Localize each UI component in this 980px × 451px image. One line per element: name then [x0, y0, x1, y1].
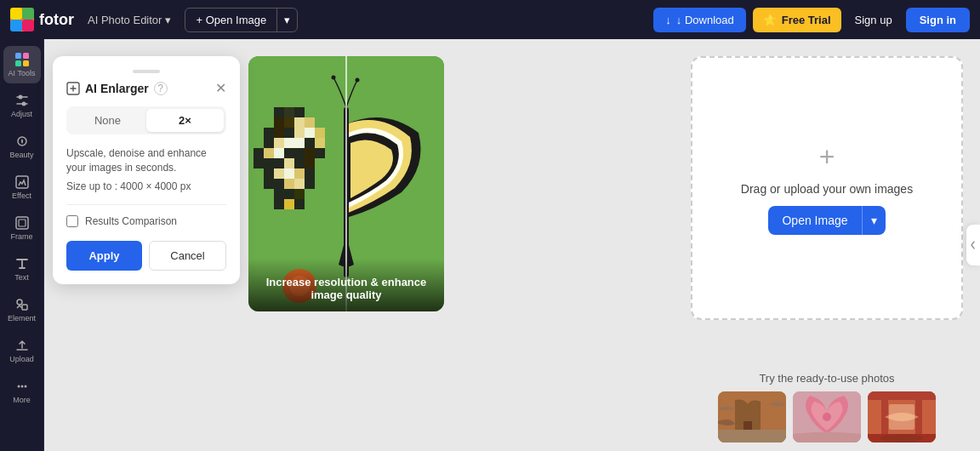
fotor-logo-icon: [10, 8, 34, 31]
svg-rect-43: [305, 138, 315, 148]
svg-rect-44: [315, 138, 325, 148]
download-button[interactable]: ↓ ↓ Download: [653, 8, 745, 32]
panel-actions: Apply Cancel: [66, 241, 226, 271]
svg-rect-6: [23, 53, 29, 59]
svg-rect-59: [274, 168, 284, 179]
svg-rect-15: [16, 217, 28, 229]
photo-thumbnail-2[interactable]: [793, 391, 861, 442]
signup-button[interactable]: Sign up: [848, 8, 899, 32]
svg-rect-39: [264, 138, 274, 148]
help-icon[interactable]: ?: [154, 82, 168, 95]
svg-rect-31: [294, 117, 305, 128]
svg-rect-56: [294, 158, 305, 168]
svg-rect-62: [305, 168, 315, 179]
text-icon: [14, 256, 30, 271]
svg-rect-66: [294, 179, 305, 189]
svg-point-21: [20, 385, 23, 388]
thumbnail-1-image: [718, 391, 786, 442]
collapse-handle[interactable]: [966, 225, 980, 265]
svg-rect-16: [19, 220, 26, 226]
sidebar-item-effect[interactable]: Effect: [3, 168, 41, 206]
signin-button[interactable]: Sign in: [906, 8, 970, 32]
adjust-icon: [14, 93, 30, 108]
panel-drag-area[interactable]: [66, 70, 226, 73]
svg-rect-46: [264, 148, 274, 158]
svg-rect-42: [294, 138, 305, 148]
svg-point-91: [880, 434, 923, 442]
svg-point-22: [24, 385, 26, 388]
svg-rect-86: [793, 391, 861, 442]
svg-rect-51: [315, 148, 325, 158]
beauty-icon: [14, 134, 30, 149]
content-area: AI Enlarger ? ✕ None 2× Upscale, denoise…: [44, 39, 980, 451]
sidebar-item-element[interactable]: Element: [3, 291, 41, 328]
apply-button[interactable]: Apply: [66, 241, 142, 271]
svg-rect-2: [22, 8, 34, 20]
upload-area[interactable]: + Drag or upload your own images Open Im…: [691, 56, 963, 320]
ai-tools-icon: [14, 52, 30, 67]
sidebar-item-frame[interactable]: Frame: [3, 209, 41, 247]
svg-rect-5: [15, 53, 21, 59]
effect-icon: [14, 174, 30, 190]
sidebar-item-upload[interactable]: Upload: [3, 332, 41, 369]
header: fotor AI Photo Editor ▾ + Open Image ▾ ↓…: [0, 0, 980, 39]
open-image-upload-dropdown-icon[interactable]: ▾: [862, 206, 886, 235]
sidebar-item-adjust[interactable]: Adjust: [3, 87, 41, 124]
svg-rect-63: [264, 179, 274, 189]
panel-close-button[interactable]: ✕: [215, 80, 226, 96]
tab-none[interactable]: None: [69, 109, 146, 132]
svg-rect-49: [294, 148, 305, 158]
svg-rect-19: [22, 305, 27, 310]
sidebar-label-upload: Upload: [9, 355, 34, 363]
svg-rect-71: [274, 199, 284, 209]
svg-rect-65: [284, 179, 294, 189]
photo-thumbnails: [691, 391, 963, 442]
svg-rect-4: [22, 20, 34, 31]
open-image-button[interactable]: + Open Image ▾: [185, 8, 298, 32]
sidebar-item-more[interactable]: More: [3, 373, 41, 410]
svg-point-75: [332, 76, 336, 80]
drag-handle[interactable]: [133, 70, 160, 73]
results-comparison-checkbox[interactable]: [66, 215, 78, 227]
results-comparison-label: Results Comparison: [85, 215, 177, 227]
panel-header: AI Enlarger ? ✕: [66, 80, 226, 96]
svg-rect-26: [274, 107, 284, 117]
panel-divider: [66, 204, 226, 205]
open-image-upload-button[interactable]: Open Image ▾: [768, 206, 885, 235]
results-comparison-row: Results Comparison: [66, 215, 226, 227]
upload-icon: [14, 338, 30, 353]
svg-rect-47: [274, 148, 284, 158]
tab-2x[interactable]: 2×: [146, 109, 224, 132]
sidebar-item-beauty[interactable]: Beauty: [3, 128, 41, 165]
free-trial-button[interactable]: ⭐ Free Trial: [753, 8, 841, 32]
svg-rect-72: [284, 199, 294, 209]
photo-thumbnail-1[interactable]: [718, 391, 786, 442]
svg-rect-50: [305, 148, 315, 158]
photo-thumbnail-3[interactable]: [868, 391, 936, 442]
upload-plus-icon: +: [812, 141, 842, 172]
free-trial-label: Free Trial: [782, 14, 831, 26]
open-image-upload-label[interactable]: Open Image: [768, 206, 861, 235]
sidebar-item-ai-tools[interactable]: AI Tools: [3, 46, 41, 83]
open-image-main[interactable]: + Open Image: [185, 9, 276, 31]
ready-photos-section: Try the ready-to-use photos: [691, 372, 963, 442]
sidebar-label-ai-tools: AI Tools: [9, 69, 36, 77]
svg-point-12: [21, 102, 26, 106]
svg-rect-7: [15, 60, 21, 66]
svg-rect-33: [264, 128, 274, 138]
butterfly-caption: Increase resolution & enhance image qual…: [248, 259, 444, 311]
svg-rect-45: [254, 148, 264, 158]
svg-rect-48: [284, 148, 294, 158]
open-image-dropdown-icon[interactable]: ▾: [276, 9, 297, 31]
svg-rect-73: [294, 199, 305, 209]
download-label: ↓ Download: [676, 14, 734, 26]
svg-rect-53: [264, 158, 274, 168]
svg-rect-64: [274, 179, 284, 189]
sidebar-label-more: More: [13, 396, 31, 404]
main-area: AI Tools Adjust Beauty Effect: [0, 39, 980, 451]
cancel-button[interactable]: Cancel: [149, 241, 226, 271]
app-title-button[interactable]: AI Photo Editor ▾: [81, 10, 178, 30]
sidebar-label-element: Element: [8, 314, 36, 323]
svg-rect-58: [264, 168, 274, 179]
sidebar-item-text[interactable]: Text: [3, 250, 41, 288]
